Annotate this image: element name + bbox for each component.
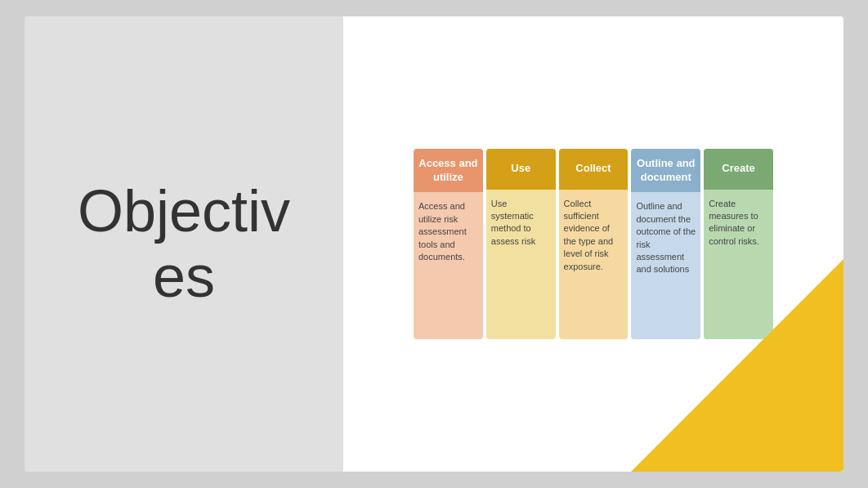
col-header-create: Create — [704, 149, 773, 190]
column-collect: Collect Collect sufficient evidence of t… — [559, 149, 629, 340]
col-header-use: Use — [486, 149, 556, 190]
col-header-collect: Collect — [559, 149, 629, 190]
column-access: Access and utilize Access and utilize ri… — [414, 149, 483, 340]
col-body-collect: Collect sufficient evidence of the type … — [559, 190, 629, 340]
column-use: Use Use systematic method to assess risk — [486, 149, 556, 340]
right-panel: Access and utilize Access and utilize ri… — [343, 16, 843, 472]
col-body-access: Access and utilize risk assessment tools… — [414, 192, 483, 339]
col-header-access: Access and utilize — [414, 149, 483, 193]
objectives-text: Objectives — [78, 179, 290, 308]
left-panel: Objectives — [25, 16, 343, 472]
slide-frame: Objectives Access and utilize Access and… — [25, 16, 843, 472]
yellow-triangle-decoration — [631, 259, 843, 472]
col-header-outline: Outline and document — [631, 149, 700, 193]
col-body-use: Use systematic method to assess risk — [486, 190, 556, 340]
